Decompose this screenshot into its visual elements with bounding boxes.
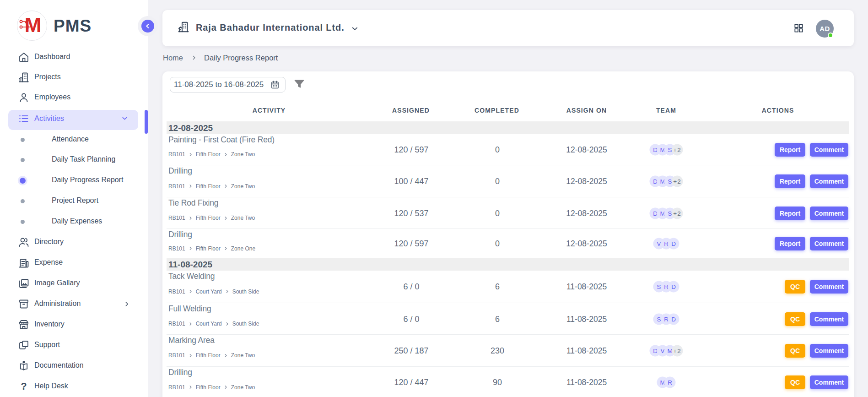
svg-text:M: M <box>25 14 42 36</box>
